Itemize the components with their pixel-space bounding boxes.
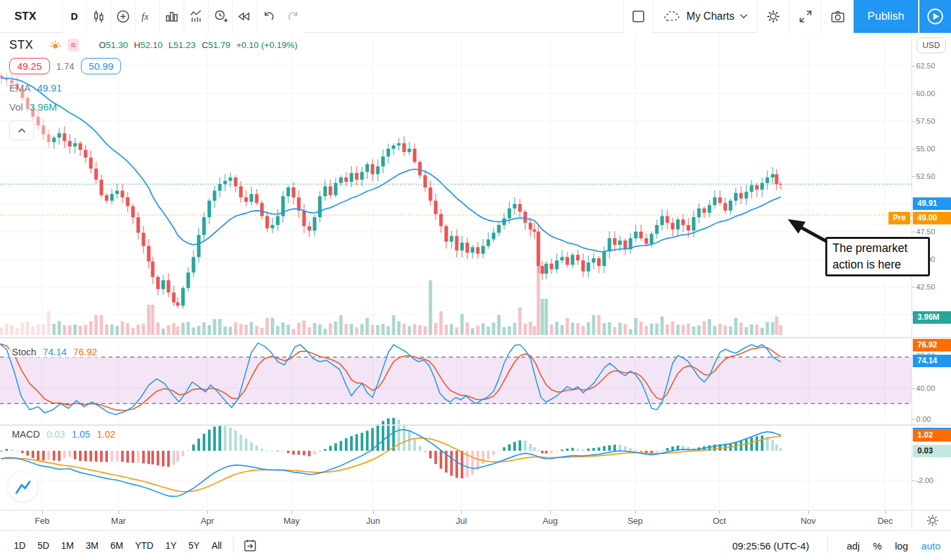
my-charts-menu[interactable]: My Charts bbox=[654, 0, 757, 32]
snapshot-button[interactable] bbox=[822, 0, 854, 33]
undo-button[interactable] bbox=[257, 0, 281, 33]
axis-tick: 47.50 bbox=[916, 226, 935, 238]
axis-price-label: 1.02 bbox=[913, 429, 951, 442]
bar-columns-icon bbox=[164, 9, 180, 24]
month-tick bbox=[207, 511, 208, 514]
change-value: +0.10 (+0.19%) bbox=[236, 40, 297, 50]
chevron-up-icon bbox=[17, 128, 26, 134]
annotation-line2: action is here bbox=[833, 257, 923, 273]
delayed-data-badge[interactable]: ≈ bbox=[68, 39, 80, 51]
ema-label: EMA bbox=[9, 82, 31, 93]
collapse-legend-button[interactable] bbox=[9, 120, 34, 140]
axis-tick: 62.50 bbox=[916, 60, 935, 72]
tradingview-logo[interactable] bbox=[7, 471, 38, 502]
plus-circle-icon bbox=[115, 9, 131, 24]
adjust-toggle[interactable]: adj bbox=[846, 540, 860, 551]
undo-icon bbox=[261, 9, 277, 24]
forecast-button[interactable] bbox=[184, 0, 208, 33]
chart-style-button[interactable] bbox=[87, 0, 111, 33]
annotation-callout[interactable]: The premarket action is here bbox=[825, 237, 930, 276]
my-charts-label: My Charts bbox=[686, 11, 734, 22]
month-tick bbox=[42, 511, 43, 514]
settings-button[interactable] bbox=[758, 0, 789, 33]
range-button-3m[interactable]: 3M bbox=[80, 536, 104, 555]
stoch-d-value: 76.92 bbox=[73, 347, 97, 357]
symbol-button[interactable]: STX bbox=[0, 10, 62, 23]
goto-date-button[interactable] bbox=[239, 534, 261, 557]
fullscreen-button[interactable] bbox=[790, 0, 821, 33]
month-label-mar: Mar bbox=[111, 516, 126, 526]
stoch-k-value: 74.14 bbox=[43, 347, 66, 357]
layout-button[interactable] bbox=[624, 0, 653, 33]
range-button-5d[interactable]: 5D bbox=[32, 536, 55, 555]
clock-display[interactable]: 09:25:56 (UTC-4) bbox=[733, 540, 810, 551]
replay-button[interactable] bbox=[233, 0, 257, 33]
auto-scale-toggle[interactable]: auto bbox=[921, 540, 940, 551]
publish-play-button[interactable] bbox=[918, 0, 951, 33]
currency-button[interactable]: USD bbox=[917, 38, 946, 53]
log-toggle[interactable]: log bbox=[895, 540, 908, 551]
layout-square-icon bbox=[630, 9, 646, 24]
rewind-icon bbox=[237, 9, 253, 24]
sun-session-icon bbox=[48, 39, 63, 52]
month-tick bbox=[292, 511, 292, 514]
spread-value: 1.74 bbox=[57, 61, 74, 72]
axis-tick: 55.00 bbox=[916, 143, 935, 155]
axis-price-label: 76.92 bbox=[913, 339, 951, 351]
fx-icon: fx bbox=[139, 9, 156, 24]
candlestick-icon bbox=[91, 9, 107, 24]
publish-button[interactable]: Publish bbox=[854, 0, 918, 33]
stoch-legend[interactable]: Stoch 74.14 76.92 bbox=[9, 347, 100, 357]
month-tick bbox=[885, 511, 886, 514]
time-axis[interactable]: FebMarAprMayJunJulAugSepOctNovDec bbox=[0, 510, 951, 530]
pane-separator[interactable] bbox=[0, 424, 951, 426]
price-legend: STX ≈ O51.30 H52.10 L51.23 C51.79 +0.10 … bbox=[9, 38, 297, 140]
top-toolbar: STX D bbox=[0, 0, 951, 33]
alert-add-button[interactable] bbox=[209, 0, 232, 33]
axis-price-label: 74.14 bbox=[913, 355, 951, 367]
vol-value: 3.96M bbox=[30, 101, 57, 113]
ema-legend-row[interactable]: EMA 49.91 bbox=[9, 82, 297, 93]
axis-price-label: 0.03 bbox=[913, 445, 951, 457]
legend-symbol[interactable]: STX bbox=[9, 38, 34, 52]
axis-price-label: 49.00 bbox=[913, 212, 951, 224]
axis-tick: 52.50 bbox=[916, 170, 935, 182]
fundamentals-button[interactable] bbox=[160, 0, 184, 33]
ema-value: 49.91 bbox=[38, 82, 63, 93]
redo-icon bbox=[285, 9, 301, 24]
percent-toggle[interactable]: % bbox=[873, 540, 881, 551]
indicators-button[interactable]: fx bbox=[136, 0, 159, 33]
stoch-title: Stoch bbox=[12, 347, 36, 357]
month-label-dec: Dec bbox=[877, 516, 892, 526]
range-button-1y[interactable]: 1Y bbox=[159, 536, 182, 555]
range-button-1m[interactable]: 1M bbox=[55, 536, 80, 555]
time-axis-settings-button[interactable] bbox=[923, 513, 942, 528]
redo-button[interactable] bbox=[281, 0, 305, 33]
gear-icon bbox=[765, 9, 781, 24]
macd-legend[interactable]: MACD 0.03 1.05 1.02 bbox=[9, 429, 118, 440]
chevron-down-icon bbox=[740, 14, 748, 19]
divider bbox=[912, 511, 912, 531]
premarket-tag: Pre bbox=[888, 212, 910, 224]
macd-title: MACD bbox=[12, 429, 40, 440]
ask-button[interactable]: 50.99 bbox=[81, 58, 122, 74]
range-button-all[interactable]: All bbox=[205, 536, 228, 555]
tradingview-app: STX D bbox=[0, 0, 951, 560]
month-label-sep: Sep bbox=[627, 516, 642, 526]
interval-label: D bbox=[71, 11, 78, 22]
svg-text:fx: fx bbox=[141, 11, 149, 22]
range-button-5y[interactable]: 5Y bbox=[182, 536, 205, 555]
interval-button[interactable]: D bbox=[63, 0, 86, 33]
axis-tick: 42.50 bbox=[916, 281, 935, 293]
forecast-line-icon bbox=[188, 9, 204, 24]
range-button-6m[interactable]: 6M bbox=[105, 536, 129, 555]
range-button-1d[interactable]: 1D bbox=[8, 536, 32, 555]
range-button-ytd[interactable]: YTD bbox=[129, 536, 159, 555]
axis-tick: 0.00 bbox=[916, 413, 931, 425]
pane-separator[interactable] bbox=[0, 337, 951, 338]
volume-legend-row[interactable]: Vol 3.96M bbox=[9, 101, 297, 113]
fullscreen-icon bbox=[798, 9, 813, 24]
bid-button[interactable]: 49.25 bbox=[9, 58, 50, 74]
macd-hist-value: 0.03 bbox=[47, 429, 65, 440]
compare-add-button[interactable] bbox=[111, 0, 135, 33]
